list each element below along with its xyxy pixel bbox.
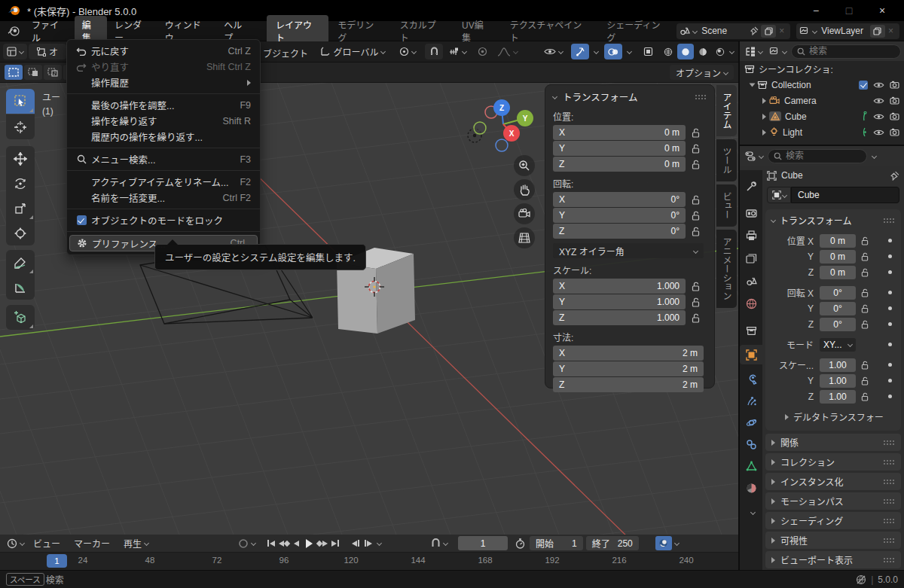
section-shading[interactable]: シェーディング	[765, 512, 901, 529]
rotation-y-field[interactable]: Y0°	[553, 208, 686, 223]
tab-output[interactable]	[740, 226, 762, 245]
mode-dropdown[interactable]: オ	[29, 44, 66, 59]
checkbox-checked-icon[interactable]	[77, 215, 87, 225]
lock-icon[interactable]	[861, 236, 869, 245]
delta-transform-section[interactable]: デルタトランスフォー	[768, 404, 898, 425]
menu-item-repeat-last[interactable]: 操作を繰り返すShift R	[67, 113, 260, 129]
object-menu[interactable]: ブジェクト	[263, 47, 308, 59]
section-relations[interactable]: 関係	[765, 434, 901, 451]
tab-object[interactable]	[740, 345, 762, 364]
tool-select-box[interactable]	[6, 89, 35, 114]
animate-dot[interactable]	[888, 306, 892, 310]
frame-back-button[interactable]	[349, 537, 362, 550]
timeline-ruler[interactable]: 1 24 48 72 96 120 144 168 192 216 240	[0, 553, 738, 570]
hide-eye-icon[interactable]	[873, 97, 884, 105]
outliner-search[interactable]	[791, 44, 901, 59]
object-name-field[interactable]: Cube	[791, 187, 899, 203]
frame-forward-button[interactable]	[362, 537, 374, 550]
lock-icon[interactable]	[692, 227, 700, 236]
lock-icon[interactable]	[692, 282, 700, 291]
jump-to-end-button[interactable]	[328, 537, 341, 550]
frame-end-field[interactable]: 終了250	[586, 536, 639, 550]
gizmo-neg-z[interactable]	[496, 139, 508, 151]
frame-start-field[interactable]: 開始1	[530, 536, 583, 550]
lock-icon[interactable]	[861, 376, 869, 385]
tool-measure[interactable]	[6, 275, 35, 300]
location-y-field[interactable]: Y0 m	[553, 141, 686, 156]
properties-options-icon[interactable]	[872, 153, 877, 158]
maximize-button[interactable]: □	[835, 2, 863, 19]
animate-dot[interactable]	[888, 291, 892, 294]
hide-eye-icon[interactable]	[873, 113, 884, 120]
timeline-editor-type-button[interactable]	[5, 536, 26, 551]
tool-cursor[interactable]	[6, 114, 35, 139]
panel-grip[interactable]	[883, 218, 895, 223]
value-field[interactable]: 0 m	[820, 266, 856, 279]
pin-icon[interactable]	[890, 171, 899, 181]
new-scene-button[interactable]	[761, 25, 776, 38]
scene-name[interactable]: Scene	[697, 26, 750, 36]
animate-dot[interactable]	[888, 379, 892, 382]
tab-particles[interactable]	[740, 391, 762, 410]
pin-icon[interactable]	[750, 26, 759, 35]
lock-icon[interactable]	[692, 195, 700, 205]
outliner-row-light[interactable]: Light	[740, 124, 904, 140]
menu-item-batch-rename[interactable]: 名前を一括変更...Ctrl F2	[67, 190, 260, 206]
collection-checkbox[interactable]	[859, 81, 868, 90]
tab-render[interactable]	[740, 203, 762, 223]
shading-wireframe-button[interactable]	[660, 44, 676, 59]
gizmo-toggle[interactable]	[571, 44, 589, 59]
expand-icon[interactable]	[750, 83, 756, 87]
navigation-gizmo[interactable]: Z Y X	[472, 92, 539, 161]
scene-icon[interactable]	[680, 26, 697, 35]
transform-panel-title[interactable]: トランスフォーム	[780, 214, 851, 227]
lock-icon[interactable]	[861, 320, 869, 329]
play-reverse-button[interactable]	[290, 537, 303, 550]
menu-item-undo[interactable]: 元に戻すCtrl Z	[67, 43, 260, 59]
timeline-menu-playback[interactable]: 再生	[117, 537, 155, 550]
lock-icon[interactable]	[861, 361, 869, 370]
value-field[interactable]: 1.00	[820, 390, 856, 404]
animate-dot[interactable]	[888, 239, 892, 242]
lock-icon[interactable]	[861, 288, 869, 297]
next-keyframe-button[interactable]	[316, 537, 328, 550]
properties-search[interactable]	[768, 149, 867, 163]
tool-rotate[interactable]	[6, 171, 35, 196]
object-id-icon-button[interactable]	[767, 187, 791, 203]
lock-icon[interactable]	[861, 392, 869, 401]
xray-toggle[interactable]	[639, 44, 657, 59]
disable-render-icon[interactable]	[890, 112, 899, 120]
visibility-dropdown[interactable]	[538, 44, 568, 59]
rotation-mode-dropdown[interactable]: XYZ オイラー角	[553, 243, 704, 258]
new-viewlayer-button[interactable]	[870, 25, 885, 38]
lock-icon[interactable]	[692, 144, 700, 154]
minimize-button[interactable]: −	[802, 2, 830, 19]
camera-view-button[interactable]	[514, 203, 535, 224]
value-field[interactable]: 1.00	[820, 374, 856, 388]
tab-material[interactable]	[740, 478, 762, 498]
timeline-snap-button[interactable]	[431, 538, 447, 548]
tool-scale[interactable]	[6, 196, 35, 221]
properties-search-input[interactable]	[786, 151, 838, 161]
animate-dot[interactable]	[888, 395, 892, 398]
overlays-dropdown[interactable]	[623, 44, 635, 59]
animate-dot[interactable]	[888, 270, 892, 274]
shading-dropdown[interactable]	[725, 44, 738, 59]
value-field[interactable]: 0 m	[820, 250, 856, 264]
shading-solid-button[interactable]	[677, 44, 694, 59]
scale-y-field[interactable]: Y1.000	[553, 294, 686, 309]
menu-item-redo[interactable]: やり直すShift Ctrl Z	[67, 59, 260, 75]
viewlayer-icon[interactable]	[799, 26, 817, 35]
value-field[interactable]: 1.00	[820, 358, 856, 372]
tab-object-data[interactable]	[740, 456, 762, 476]
expand-icon[interactable]	[762, 114, 766, 120]
section-motion-paths[interactable]: モーションパス	[765, 492, 901, 510]
section-instancing[interactable]: インスタンス化	[765, 473, 901, 490]
tab-view[interactable]: ビュー	[716, 184, 737, 227]
tab-constraints[interactable]	[740, 434, 762, 454]
scale-z-field[interactable]: Z1.000	[553, 310, 686, 325]
lock-icon[interactable]	[692, 128, 700, 138]
blender-menu-icon[interactable]	[8, 26, 20, 36]
editor-divider[interactable]	[740, 145, 904, 146]
overlays-toggle[interactable]	[604, 44, 622, 59]
